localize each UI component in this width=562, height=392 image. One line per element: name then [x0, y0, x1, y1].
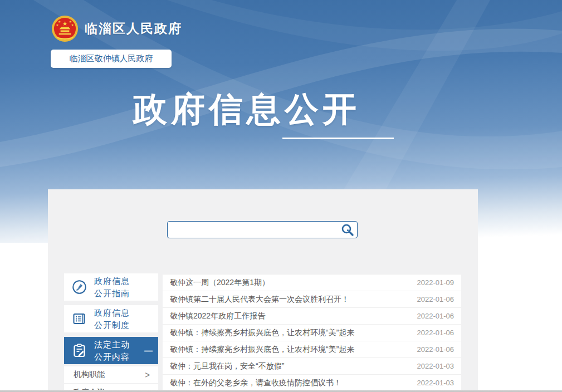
news-title: 敬仲：元旦我在岗，安全“不放假”: [170, 361, 410, 371]
search-icon: [340, 223, 355, 237]
svg-text:★: ★: [56, 23, 58, 27]
site-name: 临淄区人民政府: [85, 20, 182, 37]
sidebar-item-label: 政府信息 公开制度: [94, 307, 130, 331]
news-title: 敬仲：在外的父老乡亲，请查收疫情防控倡议书！: [170, 378, 410, 388]
sidebar-item-disclosure-guide[interactable]: 政府信息 公开指南: [64, 273, 158, 301]
news-list-item[interactable]: 敬仲镇：持续擦亮乡村振兴底色，让农村环境“美”起来 2022-01-06: [163, 325, 461, 341]
search-box: [167, 221, 358, 238]
compass-icon: [72, 280, 87, 295]
news-date: 2022-01-06: [417, 312, 455, 320]
news-list-item[interactable]: 敬仲镇第二十届人民代表大会第一次会议胜利召开！ 2022-01-06: [163, 291, 461, 308]
chevron-right-icon: >: [145, 369, 150, 380]
sidebar: 政府信息 公开指南 政府信息 公开制度 法定主动: [64, 273, 158, 392]
news-list-item[interactable]: 敬仲：元旦我在岗，安全“不放假” 2022-01-03: [163, 358, 461, 375]
site-header-link[interactable]: ★ ★ ★ ★ ★ 临淄区人民政府: [51, 15, 182, 42]
news-list-item[interactable]: 敬仲镇2022年政府工作报告 2022-01-06: [163, 308, 461, 325]
china-national-emblem-icon: ★ ★ ★ ★ ★: [51, 15, 79, 42]
town-government-button[interactable]: 临淄区敬仲镇人民政府: [51, 50, 172, 68]
news-date: 2022-01-06: [417, 329, 455, 337]
news-date: 2022-01-09: [417, 278, 455, 287]
bottom-edge-bar: [0, 390, 562, 392]
news-date: 2022-01-03: [417, 362, 455, 370]
sidebar-subitem-org-functions[interactable]: 机构职能 >: [64, 366, 158, 383]
svg-text:★: ★: [71, 23, 74, 27]
news-date: 2022-01-03: [417, 379, 455, 387]
search-input[interactable]: [167, 221, 358, 238]
sidebar-item-label: 法定主动 公开内容: [94, 339, 130, 363]
news-list-item[interactable]: 敬仲镇：持续擦亮乡村振兴底色，让农村环境“美”起来 2022-01-06: [163, 341, 461, 358]
sidebar-item-label: 政府信息 公开指南: [94, 275, 130, 300]
collapse-minus-indicator[interactable]: —: [144, 346, 153, 355]
news-title: 敬仲这一周（2022年第1期）: [170, 278, 410, 288]
news-title: 敬仲镇2022年政府工作报告: [170, 311, 410, 321]
title-underline: [282, 138, 394, 139]
sidebar-item-disclosure-system[interactable]: 政府信息 公开制度: [64, 305, 158, 332]
page-title: 政府信息公开: [121, 87, 372, 133]
news-title: 敬仲镇第二十届人民代表大会第一次会议胜利召开！: [170, 295, 410, 305]
sidebar-item-statutory-disclosure[interactable]: 法定主动 公开内容 —: [64, 337, 158, 364]
list-icon: [72, 311, 87, 326]
news-title: 敬仲镇：持续擦亮乡村振兴底色，让农村环境“美”起来: [170, 328, 410, 338]
svg-text:★: ★: [62, 20, 68, 27]
sidebar-subitem-label: 机构职能: [74, 370, 105, 380]
news-list-item[interactable]: 敬仲这一周（2022年第1期） 2022-01-09: [163, 275, 461, 291]
news-date: 2022-01-06: [417, 295, 455, 303]
clipboard-pencil-icon: [72, 343, 87, 358]
news-list-item[interactable]: 敬仲：在外的父老乡亲，请查收疫情防控倡议书！ 2022-01-03: [163, 375, 461, 391]
news-date: 2022-01-06: [417, 345, 455, 354]
news-list: 敬仲这一周（2022年第1期） 2022-01-09 敬仲镇第二十届人民代表大会…: [163, 274, 461, 391]
search-button[interactable]: [340, 223, 355, 237]
news-title: 敬仲镇：持续擦亮乡村振兴底色，让农村环境“美”起来: [170, 345, 410, 355]
